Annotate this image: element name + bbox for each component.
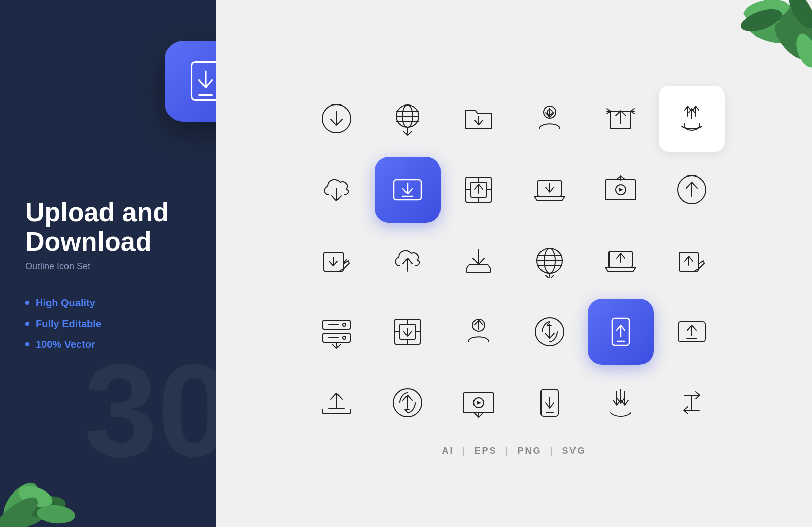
icon-phone-upload-blue bbox=[588, 299, 654, 365]
right-panel: AI | EPS | PNG | SVG bbox=[216, 0, 812, 527]
icon-cloud-download bbox=[303, 157, 369, 223]
icon-video-upload bbox=[588, 157, 654, 223]
icon-upload-from-tray bbox=[303, 370, 369, 436]
icon-person-upload bbox=[446, 299, 512, 365]
icon-hand-arrows-down bbox=[588, 370, 654, 436]
icon-globe-download bbox=[517, 228, 583, 294]
icon-touch-upload bbox=[659, 228, 725, 294]
app-icon bbox=[165, 41, 216, 122]
icon-laptop-download bbox=[517, 157, 583, 223]
icon-frame-download bbox=[375, 299, 441, 365]
format-png: PNG bbox=[518, 446, 542, 456]
icons-grid bbox=[303, 86, 725, 436]
plant-bl-svg bbox=[0, 436, 101, 527]
icon-video-download bbox=[446, 370, 512, 436]
icon-tablet-download-blue bbox=[375, 157, 441, 223]
svg-marker-49 bbox=[619, 188, 623, 192]
sep-2: | bbox=[505, 446, 509, 456]
sep-3: | bbox=[550, 446, 554, 456]
sep-1: | bbox=[462, 446, 466, 456]
background-number: 30 bbox=[84, 344, 216, 476]
icon-phone-download bbox=[517, 370, 583, 436]
main-title: Upload and Download bbox=[25, 198, 190, 256]
icon-upload-circle bbox=[659, 157, 725, 223]
feature-item-1: High Quality bbox=[25, 297, 190, 309]
icon-circular-upload bbox=[375, 370, 441, 436]
format-svg: SVG bbox=[562, 446, 586, 456]
icon-hand-finger-download bbox=[303, 228, 369, 294]
icon-download-tray bbox=[446, 228, 512, 294]
svg-marker-97 bbox=[477, 401, 481, 405]
left-panel: 30 Upload and Download Outline Icon Set … bbox=[0, 0, 216, 527]
format-bar: AI | EPS | PNG | SVG bbox=[442, 446, 586, 456]
bullet-icon bbox=[25, 301, 29, 305]
format-eps: EPS bbox=[474, 446, 497, 456]
icon-transfer-arrows bbox=[659, 370, 725, 436]
bullet-icon bbox=[25, 342, 29, 346]
format-ai: AI bbox=[442, 446, 454, 456]
icon-server-download bbox=[303, 299, 369, 365]
icon-globe-upload bbox=[375, 86, 441, 152]
icon-hand-upload bbox=[659, 86, 725, 152]
title-area: Upload and Download Outline Icon Set bbox=[25, 198, 190, 271]
icon-arrow-circle-download bbox=[517, 299, 583, 365]
svg-point-69 bbox=[343, 323, 346, 326]
icon-cloud-upload bbox=[375, 228, 441, 294]
icon-download-folder bbox=[446, 86, 512, 152]
icon-laptop-upload bbox=[588, 228, 654, 294]
svg-point-70 bbox=[343, 336, 346, 339]
icon-person-download bbox=[517, 86, 583, 152]
bullet-icon bbox=[25, 322, 29, 326]
icon-download-circle bbox=[303, 86, 369, 152]
icon-frame-upload bbox=[446, 157, 512, 223]
subtitle: Outline Icon Set bbox=[25, 261, 190, 272]
icon-upload-box bbox=[588, 86, 654, 152]
app-icon-graphic bbox=[180, 56, 216, 107]
icon-tablet-upload bbox=[659, 299, 725, 365]
feature-item-2: Fully Editable bbox=[25, 318, 190, 330]
plant-bottom-left bbox=[0, 436, 101, 527]
